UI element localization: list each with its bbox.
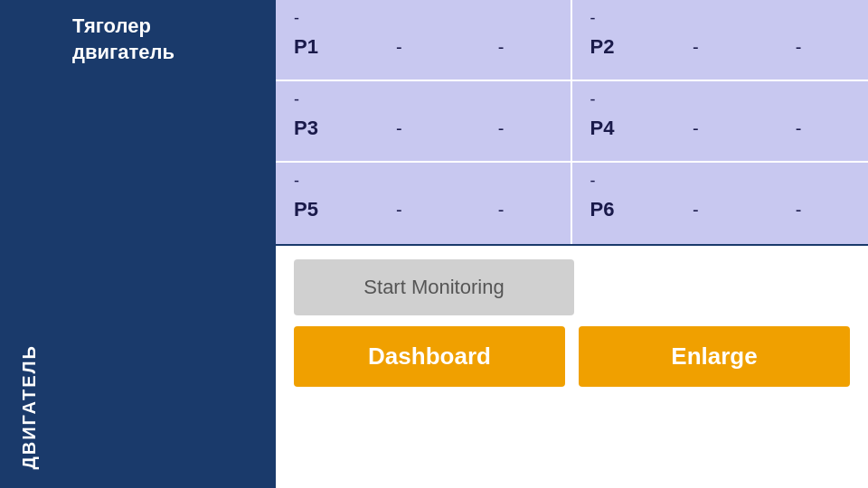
param-p2-name: P2 [590, 35, 645, 59]
action-buttons: Dashboard Enlarge [294, 326, 850, 387]
param-cell-p1: - P1 - - [276, 0, 572, 81]
sidebar: ДВИГАТЕЛЬ [0, 0, 59, 488]
param-p6-val1: - [645, 200, 748, 221]
enlarge-button[interactable]: Enlarge [579, 326, 850, 387]
param-p1-val1: - [348, 37, 450, 58]
param-cell-p5: - P5 - - [276, 163, 572, 244]
param-p1-name: P1 [294, 35, 348, 59]
main-content: - P1 - - - P2 - - - P3 - - [276, 0, 868, 488]
left-panel: Тяголер двигатель [59, 0, 276, 488]
dashboard-button[interactable]: Dashboard [294, 326, 565, 387]
param-p6-name: P6 [590, 198, 645, 221]
left-panel-title: Тяголер двигатель [72, 14, 175, 65]
param-cell-p6: - P6 - - [572, 163, 869, 244]
param-p1-val2: - [450, 37, 552, 58]
param-p6-dash-top: - [590, 172, 851, 191]
param-grid: - P1 - - - P2 - - - P3 - - [276, 0, 868, 246]
param-p6-val2: - [747, 200, 850, 221]
param-p3-name: P3 [294, 117, 348, 140]
param-p2-dash-top: - [590, 9, 851, 28]
param-p4-val1: - [645, 118, 748, 139]
param-p3-val1: - [348, 118, 450, 139]
param-p5-dash-top: - [294, 172, 552, 191]
param-p3-val2: - [450, 118, 552, 139]
param-cell-p3: - P3 - - [276, 81, 572, 163]
param-p5-val2: - [450, 200, 552, 221]
controls: Start Monitoring Dashboard Enlarge [276, 246, 868, 488]
param-p4-val2: - [747, 118, 850, 139]
param-p1-dash-top: - [294, 9, 552, 28]
param-cell-p2: - P2 - - [572, 0, 869, 81]
param-p2-val1: - [645, 37, 748, 58]
sidebar-label: ДВИГАТЕЛЬ [19, 344, 40, 470]
param-p4-dash-top: - [590, 90, 851, 109]
param-p2-val2: - [747, 37, 850, 58]
param-p5-val1: - [348, 200, 450, 221]
param-p5-name: P5 [294, 198, 348, 221]
param-p4-name: P4 [590, 117, 645, 140]
param-cell-p4: - P4 - - [572, 81, 869, 163]
start-monitoring-button[interactable]: Start Monitoring [294, 259, 574, 315]
param-p3-dash-top: - [294, 90, 552, 109]
